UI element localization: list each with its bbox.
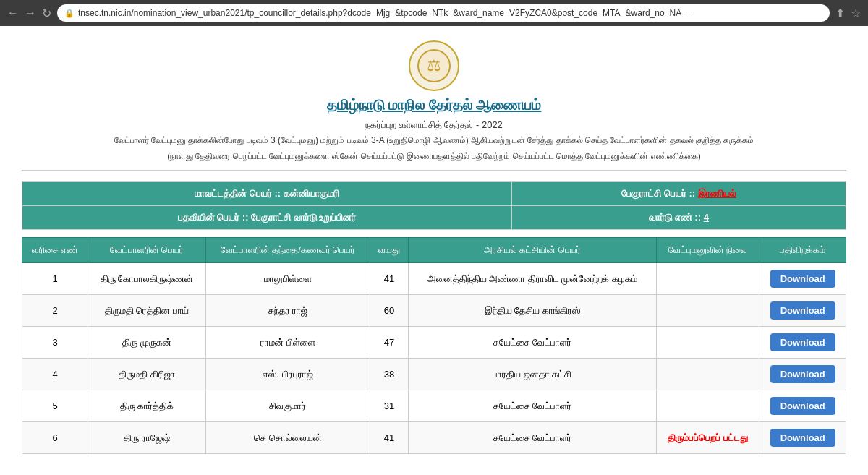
lock-icon: 🔒	[64, 9, 75, 18]
cell-parent: செ சொல்லையன்	[205, 422, 370, 454]
table-row: 4திருமதி கிரிஜாஎஸ். பிரபுராஜ்38பாரதிய ஜன…	[22, 359, 846, 390]
cell-status	[656, 390, 759, 422]
cell-parent: சிவகுமார்	[205, 390, 370, 422]
url-text: tnsec.tn.nic.in/nomination_view_urban202…	[78, 8, 692, 18]
district-label: மாவட்டத்தின் பெயர்	[195, 188, 272, 199]
ward-value: 4	[704, 212, 709, 223]
district-value: கன்னியாகுமரி	[284, 188, 339, 199]
share-icon[interactable]: ⬆	[835, 7, 845, 20]
col-party: அரசியல் கட்சியின் பெயர்	[408, 238, 656, 263]
cell-name: திரு கார்த்திக்	[88, 390, 206, 422]
table-row: 6திரு ராஜேஷ்செ சொல்லையன்41சுயேட்சை வேட்ப…	[22, 422, 846, 454]
download-button[interactable]: Download	[770, 333, 835, 351]
cell-download[interactable]: Download	[760, 359, 846, 390]
logo-emblem: ⚖	[409, 40, 459, 91]
cell-party: இந்திய தேசிய காங்கிரஸ்	[408, 295, 656, 327]
star-icon[interactable]: ☆	[851, 7, 861, 20]
municipality-value: இரணியல்	[698, 188, 736, 199]
cell-name: திரு முருகன்	[88, 327, 206, 359]
col-download: பதிவிறக்கம்	[760, 238, 846, 263]
cell-serial: 2	[22, 295, 88, 327]
back-button[interactable]: ←	[7, 7, 19, 20]
cell-parent: ராமன் பிள்ளை	[205, 327, 370, 359]
ward-separator: ::	[694, 212, 701, 223]
table-row: 2திருமதி ரெத்தின பாய்சுந்தர ராஜ்60இந்திய…	[22, 295, 846, 327]
post-separator: ::	[242, 212, 249, 223]
cell-age: 31	[370, 390, 408, 422]
forward-button[interactable]: →	[25, 7, 36, 20]
cell-parent: சுந்தர ராஜ்	[205, 295, 370, 327]
cell-name: திரு கோபாலகிருஷ்ணன்	[88, 263, 206, 295]
table-row: 1திரு கோபாலகிருஷ்ணன்மாலுபிள்ளை41அனைத்திந…	[22, 263, 846, 295]
cell-name: திரு ராஜேஷ்	[88, 422, 206, 454]
cell-parent: மாலுபிள்ளை	[205, 263, 370, 295]
ward-label: வார்டு எண்	[649, 212, 692, 223]
cell-name: திருமதி கிரிஜா	[88, 359, 206, 390]
refresh-button[interactable]: ↻	[42, 7, 51, 20]
cell-serial: 4	[22, 359, 88, 390]
cell-parent: எஸ். பிரபுராஜ்	[205, 359, 370, 390]
download-button[interactable]: Download	[770, 365, 835, 383]
download-button[interactable]: Download	[770, 301, 835, 320]
cell-party: சுயேட்சை வேட்பாளர்	[408, 390, 656, 422]
col-parent: வேட்பாளரின் தந்தை/கணவர் பெயர்	[205, 238, 370, 263]
data-table: வரிசை எண் வேட்பாளரின் பெயர் வேட்பாளரின் …	[22, 237, 846, 454]
cell-party: பாரதிய ஜனதா கட்சி	[408, 359, 656, 390]
description-line2: (நாளது தேதிவரை பெறப்பட்ட வேட்புமனுக்களை …	[22, 150, 846, 163]
cell-age: 41	[370, 422, 408, 454]
download-button[interactable]: Download	[770, 270, 835, 288]
description-line1: வேட்பாளர் வேட்புமனு தாக்கலின்போது படிவம்…	[22, 134, 846, 147]
cell-party: சுயேட்சை வேட்பாளர்	[408, 422, 656, 454]
col-status: வேட்புமனுவின் நிலை	[656, 238, 759, 263]
cell-download[interactable]: Download	[760, 263, 846, 295]
post-label-cell: பதவியின் பெயர் :: பேகுராட்சி வார்டு உறுப…	[22, 206, 512, 230]
cell-download[interactable]: Download	[760, 327, 846, 359]
district-separator: ::	[274, 188, 281, 199]
cell-age: 60	[370, 295, 408, 327]
post-label: பதவியின் பெயர்	[178, 212, 240, 223]
cell-status	[656, 295, 759, 327]
cell-status: திரும்பப்பெறப் பட்டது	[656, 422, 759, 454]
cell-status	[656, 263, 759, 295]
main-title: தமிழ்நாடு மாநில தேர்தல் ஆணையம்	[22, 97, 846, 114]
cell-party: சுயேட்சை வேட்பாளர்	[408, 327, 656, 359]
cell-age: 38	[370, 359, 408, 390]
emblem-svg: ⚖	[416, 48, 452, 84]
cell-serial: 6	[22, 422, 88, 454]
cell-status	[656, 359, 759, 390]
municipality-label: பேகுராட்சி பெயர்	[621, 188, 686, 199]
download-button[interactable]: Download	[770, 429, 835, 447]
cell-age: 47	[370, 327, 408, 359]
header-logo: ⚖	[22, 40, 846, 91]
cell-download[interactable]: Download	[760, 390, 846, 422]
info-table: மாவட்டத்தின் பெயர் :: கன்னியாகுமரி பேகுர…	[22, 181, 846, 230]
post-value: பேகுராட்சி வார்டு உறுப்பினர்	[251, 212, 356, 223]
page-content: ⚖ தமிழ்நாடு மாநில தேர்தல் ஆணையம் நகர்ப்ப…	[0, 26, 868, 468]
cell-status	[656, 327, 759, 359]
ward-label-cell: வார்டு எண் :: 4	[512, 206, 846, 230]
col-age: வயது	[370, 238, 408, 263]
municipality-separator: ::	[689, 188, 695, 199]
svg-text:⚖: ⚖	[427, 56, 441, 74]
col-name: வேட்பாளரின் பெயர்	[88, 238, 206, 263]
browser-bar: ← → ↻ 🔒 tnsec.tn.nic.in/nomination_view_…	[0, 0, 868, 26]
browser-actions: ⬆ ☆	[835, 7, 861, 20]
district-label-cell: மாவட்டத்தின் பெயர் :: கன்னியாகுமரி	[22, 182, 512, 206]
download-button[interactable]: Download	[770, 397, 835, 415]
table-row: 5திரு கார்த்திக்சிவகுமார்31சுயேட்சை வேட்…	[22, 390, 846, 422]
subtitle: நகர்ப்புற உள்ளாட்சித் தேர்தல் - 2022	[22, 119, 846, 131]
cell-party: அனைத்திந்திய அண்ணா திராவிட முன்னேற்றக் க…	[408, 263, 656, 295]
cell-download[interactable]: Download	[760, 295, 846, 327]
address-bar[interactable]: 🔒 tnsec.tn.nic.in/nomination_view_urban2…	[57, 4, 830, 22]
table-row: 3திரு முருகன்ராமன் பிள்ளை47சுயேட்சை வேட்…	[22, 327, 846, 359]
cell-download[interactable]: Download	[760, 422, 846, 454]
cell-name: திருமதி ரெத்தின பாய்	[88, 295, 206, 327]
cell-serial: 3	[22, 327, 88, 359]
status-rejected-text: திரும்பப்பெறப் பட்டது	[668, 432, 748, 443]
municipality-label-cell: பேகுராட்சி பெயர் :: இரணியல்	[512, 182, 846, 206]
divider	[22, 170, 846, 171]
col-serial: வரிசை எண்	[22, 238, 88, 263]
table-header-row: வரிசை எண் வேட்பாளரின் பெயர் வேட்பாளரின் …	[22, 238, 846, 263]
cell-age: 41	[370, 263, 408, 295]
cell-serial: 5	[22, 390, 88, 422]
